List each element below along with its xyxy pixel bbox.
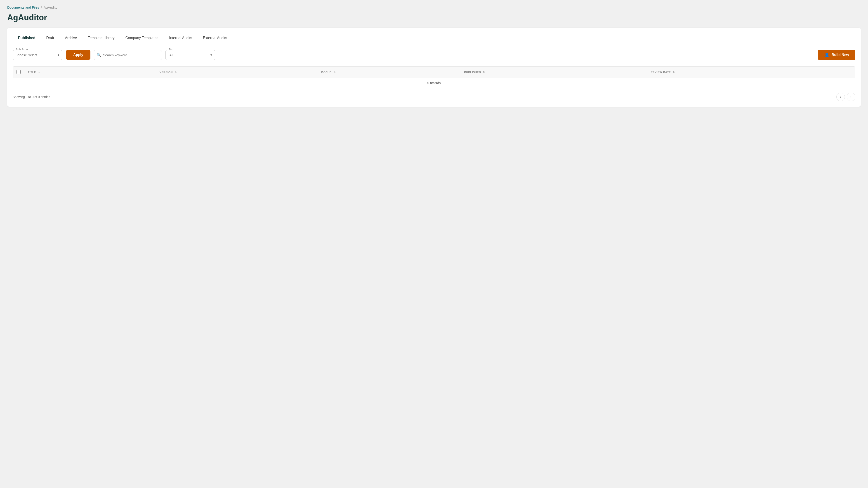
table-header-row: TITLE ▲ VERSION ⇅ DOC ID ⇅ PUBLISHED ⇅	[13, 67, 855, 78]
build-new-icon: 👤	[825, 53, 829, 57]
col-header-title[interactable]: TITLE ▲	[24, 67, 156, 78]
showing-text: Showing 0 to 0 of 0 entries	[13, 95, 50, 99]
col-header-published[interactable]: PUBLISHED ⇅	[460, 67, 647, 78]
col-header-version[interactable]: VERSION ⇅	[156, 67, 318, 78]
col-header-review-date[interactable]: REVIEW DATE ⇅	[647, 67, 855, 78]
tab-draft[interactable]: Draft	[41, 33, 59, 43]
tab-external-audits[interactable]: External Audits	[197, 33, 232, 43]
bulk-action-wrapper: Bulk Action Please Select ▾	[13, 50, 62, 60]
tag-select-wrapper: All None ▾	[165, 50, 215, 60]
pagination-buttons: ‹ ›	[836, 93, 855, 101]
version-sort-icon: ⇅	[175, 71, 177, 74]
published-sort-icon: ⇅	[483, 71, 485, 74]
doc-id-sort-icon: ⇅	[333, 71, 336, 74]
tab-internal-audits[interactable]: Internal Audits	[164, 33, 197, 43]
review-date-sort-icon: ⇅	[673, 71, 675, 74]
search-wrapper: 🔍	[94, 50, 162, 60]
tab-company-templates[interactable]: Company Templates	[120, 33, 164, 43]
select-all-checkbox[interactable]	[17, 70, 21, 74]
tab-archive[interactable]: Archive	[59, 33, 82, 43]
main-card: Published Draft Archive Template Library…	[7, 28, 861, 107]
col-doc-id-label: DOC ID	[321, 71, 332, 74]
controls-row: Bulk Action Please Select ▾ Apply 🔍 Tag …	[13, 50, 855, 60]
breadcrumb: Documents and Files / AgAuditor	[7, 5, 861, 9]
tag-wrapper: Tag All None ▾	[165, 50, 215, 60]
tag-select[interactable]: All None	[165, 50, 215, 60]
col-header-doc-id[interactable]: DOC ID ⇅	[318, 67, 460, 78]
tabs-container: Published Draft Archive Template Library…	[13, 33, 855, 43]
col-title-label: TITLE	[28, 71, 36, 74]
tab-template-library[interactable]: Template Library	[82, 33, 120, 43]
breadcrumb-separator: /	[41, 5, 42, 9]
bulk-action-select[interactable]: Please Select	[13, 50, 62, 60]
pagination-row: Showing 0 to 0 of 0 entries ‹ ›	[13, 93, 855, 101]
pagination-next-button[interactable]: ›	[847, 93, 855, 101]
title-sort-icon: ▲	[38, 71, 40, 74]
header-checkbox-cell	[13, 67, 24, 78]
table-container: TITLE ▲ VERSION ⇅ DOC ID ⇅ PUBLISHED ⇅	[13, 66, 855, 88]
page-title: AgAuditor	[7, 13, 861, 22]
pagination-prev-button[interactable]: ‹	[836, 93, 845, 101]
build-new-label: Build New	[832, 53, 849, 57]
breadcrumb-parent[interactable]: Documents and Files	[7, 5, 39, 9]
col-published-label: PUBLISHED	[464, 71, 481, 74]
data-table: TITLE ▲ VERSION ⇅ DOC ID ⇅ PUBLISHED ⇅	[13, 67, 855, 88]
bulk-action-label: Bulk Action	[15, 48, 30, 51]
build-new-button[interactable]: 👤 Build New	[818, 50, 855, 60]
search-input[interactable]	[94, 50, 162, 60]
col-version-label: VERSION	[160, 71, 173, 74]
breadcrumb-current: AgAuditor	[43, 5, 59, 9]
tag-label: Tag	[168, 48, 174, 51]
bulk-action-select-wrapper: Please Select ▾	[13, 50, 62, 60]
no-records-cell: 0 records	[13, 78, 855, 88]
tab-published[interactable]: Published	[13, 33, 41, 43]
apply-button[interactable]: Apply	[66, 50, 90, 60]
no-records-row: 0 records	[13, 78, 855, 88]
col-review-date-label: REVIEW DATE	[651, 71, 671, 74]
